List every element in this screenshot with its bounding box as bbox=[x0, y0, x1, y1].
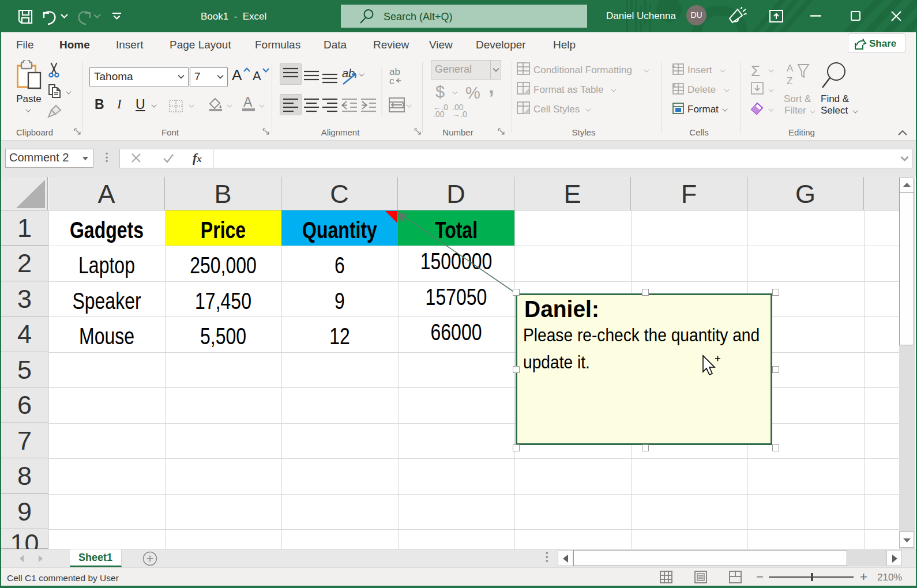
svg-text:A: A bbox=[787, 63, 794, 74]
svg-text:ab: ab bbox=[342, 67, 355, 80]
svg-text:Z: Z bbox=[787, 76, 792, 86]
svg-text:c: c bbox=[389, 76, 394, 86]
